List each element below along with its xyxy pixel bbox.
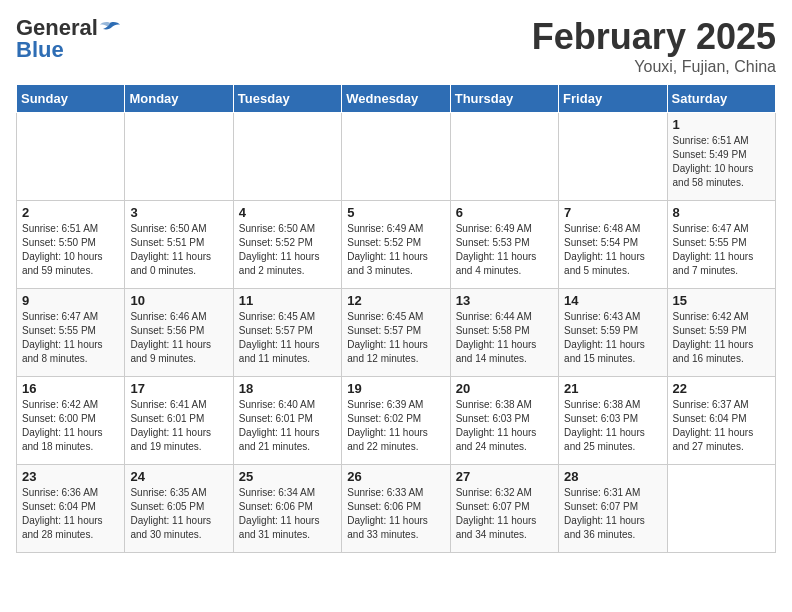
calendar-cell: 12Sunrise: 6:45 AM Sunset: 5:57 PM Dayli…	[342, 289, 450, 377]
weekday-header-friday: Friday	[559, 85, 667, 113]
weekday-header-wednesday: Wednesday	[342, 85, 450, 113]
calendar-subtitle: Youxi, Fujian, China	[532, 58, 776, 76]
day-number: 26	[347, 469, 444, 484]
calendar-cell: 28Sunrise: 6:31 AM Sunset: 6:07 PM Dayli…	[559, 465, 667, 553]
calendar-cell: 26Sunrise: 6:33 AM Sunset: 6:06 PM Dayli…	[342, 465, 450, 553]
week-row-3: 9Sunrise: 6:47 AM Sunset: 5:55 PM Daylig…	[17, 289, 776, 377]
day-number: 13	[456, 293, 553, 308]
day-number: 5	[347, 205, 444, 220]
day-number: 22	[673, 381, 770, 396]
calendar-table: SundayMondayTuesdayWednesdayThursdayFrid…	[16, 84, 776, 553]
day-detail: Sunrise: 6:49 AM Sunset: 5:53 PM Dayligh…	[456, 222, 553, 278]
weekday-header-saturday: Saturday	[667, 85, 775, 113]
day-detail: Sunrise: 6:38 AM Sunset: 6:03 PM Dayligh…	[564, 398, 661, 454]
week-row-5: 23Sunrise: 6:36 AM Sunset: 6:04 PM Dayli…	[17, 465, 776, 553]
day-number: 23	[22, 469, 119, 484]
calendar-cell	[342, 113, 450, 201]
day-number: 21	[564, 381, 661, 396]
calendar-cell: 19Sunrise: 6:39 AM Sunset: 6:02 PM Dayli…	[342, 377, 450, 465]
day-detail: Sunrise: 6:45 AM Sunset: 5:57 PM Dayligh…	[347, 310, 444, 366]
day-number: 11	[239, 293, 336, 308]
day-number: 2	[22, 205, 119, 220]
day-number: 7	[564, 205, 661, 220]
day-number: 17	[130, 381, 227, 396]
calendar-cell: 1Sunrise: 6:51 AM Sunset: 5:49 PM Daylig…	[667, 113, 775, 201]
day-detail: Sunrise: 6:31 AM Sunset: 6:07 PM Dayligh…	[564, 486, 661, 542]
day-number: 16	[22, 381, 119, 396]
day-detail: Sunrise: 6:42 AM Sunset: 6:00 PM Dayligh…	[22, 398, 119, 454]
day-detail: Sunrise: 6:50 AM Sunset: 5:51 PM Dayligh…	[130, 222, 227, 278]
calendar-cell: 14Sunrise: 6:43 AM Sunset: 5:59 PM Dayli…	[559, 289, 667, 377]
day-detail: Sunrise: 6:49 AM Sunset: 5:52 PM Dayligh…	[347, 222, 444, 278]
day-detail: Sunrise: 6:41 AM Sunset: 6:01 PM Dayligh…	[130, 398, 227, 454]
calendar-cell: 7Sunrise: 6:48 AM Sunset: 5:54 PM Daylig…	[559, 201, 667, 289]
day-detail: Sunrise: 6:50 AM Sunset: 5:52 PM Dayligh…	[239, 222, 336, 278]
calendar-cell: 2Sunrise: 6:51 AM Sunset: 5:50 PM Daylig…	[17, 201, 125, 289]
day-detail: Sunrise: 6:43 AM Sunset: 5:59 PM Dayligh…	[564, 310, 661, 366]
day-number: 24	[130, 469, 227, 484]
day-detail: Sunrise: 6:44 AM Sunset: 5:58 PM Dayligh…	[456, 310, 553, 366]
day-number: 6	[456, 205, 553, 220]
day-detail: Sunrise: 6:35 AM Sunset: 6:05 PM Dayligh…	[130, 486, 227, 542]
calendar-cell: 23Sunrise: 6:36 AM Sunset: 6:04 PM Dayli…	[17, 465, 125, 553]
day-number: 28	[564, 469, 661, 484]
weekday-header-sunday: Sunday	[17, 85, 125, 113]
weekday-header-thursday: Thursday	[450, 85, 558, 113]
day-number: 25	[239, 469, 336, 484]
day-number: 20	[456, 381, 553, 396]
weekday-header-row: SundayMondayTuesdayWednesdayThursdayFrid…	[17, 85, 776, 113]
calendar-cell: 5Sunrise: 6:49 AM Sunset: 5:52 PM Daylig…	[342, 201, 450, 289]
day-detail: Sunrise: 6:33 AM Sunset: 6:06 PM Dayligh…	[347, 486, 444, 542]
day-number: 27	[456, 469, 553, 484]
calendar-cell: 27Sunrise: 6:32 AM Sunset: 6:07 PM Dayli…	[450, 465, 558, 553]
calendar-cell: 6Sunrise: 6:49 AM Sunset: 5:53 PM Daylig…	[450, 201, 558, 289]
day-number: 14	[564, 293, 661, 308]
day-number: 15	[673, 293, 770, 308]
calendar-cell: 21Sunrise: 6:38 AM Sunset: 6:03 PM Dayli…	[559, 377, 667, 465]
calendar-cell	[17, 113, 125, 201]
day-number: 4	[239, 205, 336, 220]
calendar-cell: 25Sunrise: 6:34 AM Sunset: 6:06 PM Dayli…	[233, 465, 341, 553]
calendar-cell: 20Sunrise: 6:38 AM Sunset: 6:03 PM Dayli…	[450, 377, 558, 465]
day-detail: Sunrise: 6:46 AM Sunset: 5:56 PM Dayligh…	[130, 310, 227, 366]
day-detail: Sunrise: 6:32 AM Sunset: 6:07 PM Dayligh…	[456, 486, 553, 542]
calendar-cell: 16Sunrise: 6:42 AM Sunset: 6:00 PM Dayli…	[17, 377, 125, 465]
logo-blue-text: Blue	[16, 38, 64, 62]
week-row-2: 2Sunrise: 6:51 AM Sunset: 5:50 PM Daylig…	[17, 201, 776, 289]
week-row-4: 16Sunrise: 6:42 AM Sunset: 6:00 PM Dayli…	[17, 377, 776, 465]
week-row-1: 1Sunrise: 6:51 AM Sunset: 5:49 PM Daylig…	[17, 113, 776, 201]
calendar-cell: 4Sunrise: 6:50 AM Sunset: 5:52 PM Daylig…	[233, 201, 341, 289]
weekday-header-monday: Monday	[125, 85, 233, 113]
calendar-cell	[125, 113, 233, 201]
calendar-cell: 18Sunrise: 6:40 AM Sunset: 6:01 PM Dayli…	[233, 377, 341, 465]
logo: General Blue	[16, 16, 121, 62]
title-area: February 2025 Youxi, Fujian, China	[532, 16, 776, 76]
calendar-cell: 15Sunrise: 6:42 AM Sunset: 5:59 PM Dayli…	[667, 289, 775, 377]
calendar-cell: 10Sunrise: 6:46 AM Sunset: 5:56 PM Dayli…	[125, 289, 233, 377]
logo-bird-icon	[99, 21, 121, 37]
calendar-cell	[450, 113, 558, 201]
day-detail: Sunrise: 6:39 AM Sunset: 6:02 PM Dayligh…	[347, 398, 444, 454]
day-number: 19	[347, 381, 444, 396]
calendar-cell: 8Sunrise: 6:47 AM Sunset: 5:55 PM Daylig…	[667, 201, 775, 289]
calendar-cell: 11Sunrise: 6:45 AM Sunset: 5:57 PM Dayli…	[233, 289, 341, 377]
calendar-cell: 3Sunrise: 6:50 AM Sunset: 5:51 PM Daylig…	[125, 201, 233, 289]
day-detail: Sunrise: 6:51 AM Sunset: 5:50 PM Dayligh…	[22, 222, 119, 278]
page-header: General Blue February 2025 Youxi, Fujian…	[16, 16, 776, 76]
calendar-title: February 2025	[532, 16, 776, 58]
calendar-cell	[233, 113, 341, 201]
day-detail: Sunrise: 6:51 AM Sunset: 5:49 PM Dayligh…	[673, 134, 770, 190]
day-detail: Sunrise: 6:42 AM Sunset: 5:59 PM Dayligh…	[673, 310, 770, 366]
calendar-cell	[667, 465, 775, 553]
day-detail: Sunrise: 6:38 AM Sunset: 6:03 PM Dayligh…	[456, 398, 553, 454]
day-number: 1	[673, 117, 770, 132]
calendar-cell: 13Sunrise: 6:44 AM Sunset: 5:58 PM Dayli…	[450, 289, 558, 377]
day-detail: Sunrise: 6:45 AM Sunset: 5:57 PM Dayligh…	[239, 310, 336, 366]
day-number: 10	[130, 293, 227, 308]
day-number: 8	[673, 205, 770, 220]
day-number: 3	[130, 205, 227, 220]
day-number: 9	[22, 293, 119, 308]
day-detail: Sunrise: 6:47 AM Sunset: 5:55 PM Dayligh…	[22, 310, 119, 366]
day-number: 18	[239, 381, 336, 396]
day-detail: Sunrise: 6:37 AM Sunset: 6:04 PM Dayligh…	[673, 398, 770, 454]
